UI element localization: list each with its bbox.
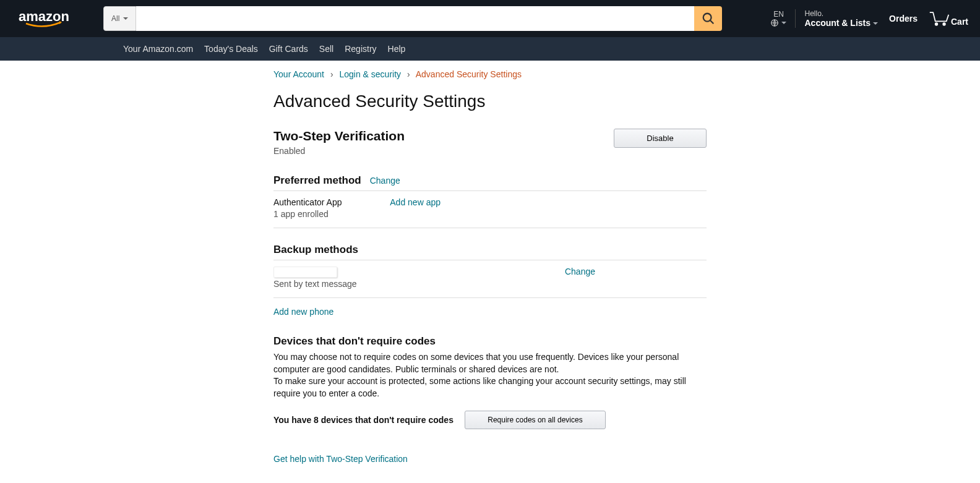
svg-point-4	[935, 23, 938, 25]
search-icon	[702, 12, 715, 25]
devices-count-text: You have 8 devices that don't require co…	[273, 415, 453, 425]
search-bar: All	[103, 6, 722, 31]
help-tsv-link[interactable]: Get help with Two-Step Verification	[273, 454, 408, 464]
account-menu[interactable]: Hello. Account & Lists	[799, 7, 883, 30]
search-scope-label: All	[111, 14, 119, 23]
lang-code: EN	[773, 10, 784, 19]
breadcrumb-login-security[interactable]: Login & security	[339, 69, 401, 79]
subnav-your-amazon[interactable]: Your Amazon.com	[118, 39, 199, 59]
preferred-method-header: Preferred method Change	[273, 174, 707, 191]
page-title: Advanced Security Settings	[273, 92, 707, 111]
cart-icon	[929, 11, 950, 27]
cart-link[interactable]: Cart	[923, 8, 974, 29]
breadcrumb-separator: ›	[327, 69, 337, 79]
subnav-registry[interactable]: Registry	[339, 39, 382, 59]
require-codes-button[interactable]: Require codes on all devices	[465, 411, 606, 429]
account-greeting: Hello.	[804, 9, 878, 18]
preferred-method-info: Authenticator App 1 app enrolled	[273, 197, 342, 219]
add-new-phone-link[interactable]: Add new phone	[273, 307, 333, 317]
preferred-method-sub: 1 app enrolled	[273, 209, 342, 219]
orders-label: Orders	[889, 14, 918, 24]
subnav-sell[interactable]: Sell	[314, 39, 339, 59]
tsv-status: Enabled	[273, 146, 405, 156]
subnav-gift-cards[interactable]: Gift Cards	[264, 39, 314, 59]
tsv-section: Two-Step Verification Enabled Disable	[273, 129, 707, 156]
backup-methods-header: Backup methods	[273, 244, 707, 260]
breadcrumb-current: Advanced Security Settings	[416, 69, 522, 79]
breadcrumb: Your Account › Login & security › Advanc…	[273, 69, 707, 79]
backup-methods-heading: Backup methods	[273, 244, 358, 256]
preferred-method-name: Authenticator App	[273, 197, 342, 207]
breadcrumb-your-account[interactable]: Your Account	[273, 69, 324, 79]
svg-point-5	[943, 23, 945, 25]
nav-right: EN Hello. Account & Lists Orders Cart	[765, 7, 974, 30]
cart-label: Cart	[951, 17, 968, 27]
subnav-todays-deals[interactable]: Today's Deals	[199, 39, 264, 59]
preferred-change-link[interactable]: Change	[370, 176, 400, 186]
disable-button[interactable]: Disable	[614, 129, 707, 148]
backup-method-sub: Sent by text message	[273, 279, 357, 289]
backup-method-info: Sent by text message	[273, 267, 357, 289]
svg-line-2	[710, 20, 713, 24]
preferred-method-heading: Preferred method	[273, 174, 361, 187]
main-content: Advanced Security Settings Two-Step Veri…	[273, 92, 707, 464]
search-scope-dropdown[interactable]: All	[103, 6, 136, 31]
devices-count-row: You have 8 devices that don't require co…	[273, 411, 707, 429]
account-lists-label: Account & Lists	[804, 18, 878, 28]
search-submit-button[interactable]	[694, 6, 722, 31]
svg-text:amazon: amazon	[19, 9, 69, 24]
amazon-logo[interactable]: amazon	[12, 6, 85, 31]
backup-change-link[interactable]: Change	[565, 267, 595, 276]
backup-phone-redacted	[273, 267, 337, 278]
orders-link[interactable]: Orders	[883, 11, 923, 26]
devices-heading: Devices that don't require codes	[273, 335, 707, 348]
nav-header: amazon All EN Hello. Account & Lists	[0, 0, 980, 37]
globe-icon	[770, 19, 786, 27]
svg-point-1	[703, 14, 711, 22]
breadcrumb-separator: ›	[403, 69, 414, 79]
devices-body: You may choose not to require codes on s…	[273, 351, 707, 400]
nav-divider	[795, 9, 796, 28]
search-input[interactable]	[136, 6, 694, 31]
tsv-info: Two-Step Verification Enabled	[273, 129, 405, 156]
preferred-method-row: Authenticator App 1 app enrolled Add new…	[273, 197, 707, 228]
nav-subnav: Your Amazon.com Today's Deals Gift Cards…	[0, 37, 980, 61]
devices-section: Devices that don't require codes You may…	[273, 335, 707, 429]
tsv-heading: Two-Step Verification	[273, 129, 405, 143]
subnav-help[interactable]: Help	[382, 39, 411, 59]
add-new-app-link[interactable]: Add new app	[390, 197, 441, 219]
backup-method-row: Sent by text message Change	[273, 267, 707, 298]
language-selector[interactable]: EN	[765, 7, 792, 30]
